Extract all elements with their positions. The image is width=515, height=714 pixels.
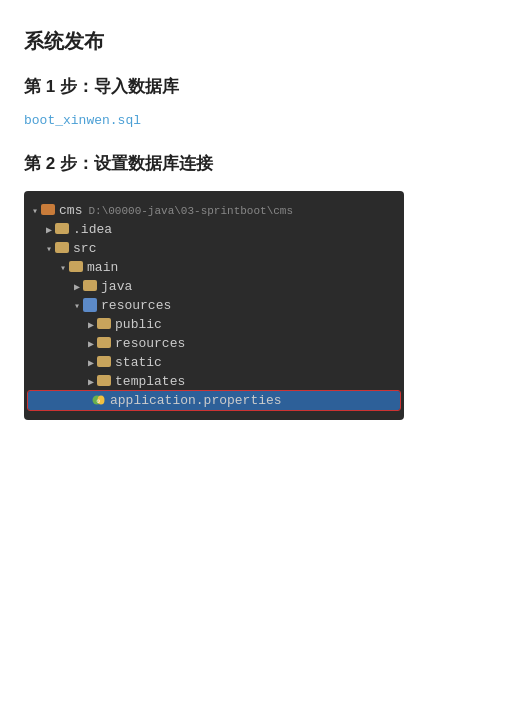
tree-root[interactable]: ▾ cms D:\00000-java\03-sprintboot\cms: [24, 201, 404, 220]
folder-icon: [97, 356, 111, 367]
tree-item-static[interactable]: ▶ static: [24, 353, 404, 372]
tree-item-resources-sub[interactable]: ▶ resources: [24, 334, 404, 353]
chevron-right-icon: ▶: [88, 357, 94, 369]
tree-item-public[interactable]: ▶ public: [24, 315, 404, 334]
chevron-down-icon: ▾: [46, 243, 52, 255]
step2-heading: 第 2 步：设置数据库连接: [24, 152, 491, 175]
tree-item-main[interactable]: ▾ main: [24, 258, 404, 277]
root-label: cms: [59, 203, 82, 218]
file-label-application-properties: application.properties: [110, 393, 282, 408]
folder-label-resources: resources: [101, 298, 171, 313]
file-tree-panel: ▾ cms D:\00000-java\03-sprintboot\cms ▶ …: [24, 191, 404, 420]
tree-item-resources[interactable]: ▾ resources: [24, 296, 404, 315]
folder-label-public: public: [115, 317, 162, 332]
chevron-right-icon: ▶: [46, 224, 52, 236]
tree-item-src[interactable]: ▾ src: [24, 239, 404, 258]
resources-folder-icon: [83, 298, 97, 312]
folder-icon: [97, 318, 111, 329]
tree-item-idea[interactable]: ▶ .idea: [24, 220, 404, 239]
step1-heading: 第 1 步：导入数据库: [24, 75, 491, 98]
folder-label-src: src: [73, 241, 96, 256]
svg-text:⚙: ⚙: [97, 398, 101, 405]
folder-icon: [55, 223, 69, 234]
folder-icon: [97, 337, 111, 348]
chevron-down-icon: ▾: [60, 262, 66, 274]
chevron-right-icon: ▶: [88, 319, 94, 331]
tree-item-application-properties[interactable]: ⚙ application.properties: [28, 391, 400, 410]
folder-icon: [55, 242, 69, 253]
folder-label-templates: templates: [115, 374, 185, 389]
chevron-right-icon: ▶: [88, 338, 94, 350]
page-title: 系统发布: [24, 28, 491, 55]
tree-item-java[interactable]: ▶ java: [24, 277, 404, 296]
root-path: D:\00000-java\03-sprintboot\cms: [88, 205, 293, 217]
tree-item-templates[interactable]: ▶ templates: [24, 372, 404, 391]
folder-label-java: java: [101, 279, 132, 294]
chevron-right-icon: ▶: [74, 281, 80, 293]
folder-label-static: static: [115, 355, 162, 370]
chevron-down-icon: ▾: [32, 205, 38, 217]
folder-label-resources-sub: resources: [115, 336, 185, 351]
folder-icon: [83, 280, 97, 291]
chevron-right-icon: ▶: [88, 376, 94, 388]
folder-icon: [41, 204, 55, 215]
folder-label-main: main: [87, 260, 118, 275]
folder-icon: [97, 375, 111, 386]
spring-leaf-icon: ⚙: [92, 393, 106, 407]
chevron-down-icon: ▾: [74, 300, 80, 312]
sql-file-link[interactable]: boot_xinwen.sql: [24, 113, 141, 128]
folder-label-idea: .idea: [73, 222, 112, 237]
folder-icon: [69, 261, 83, 272]
